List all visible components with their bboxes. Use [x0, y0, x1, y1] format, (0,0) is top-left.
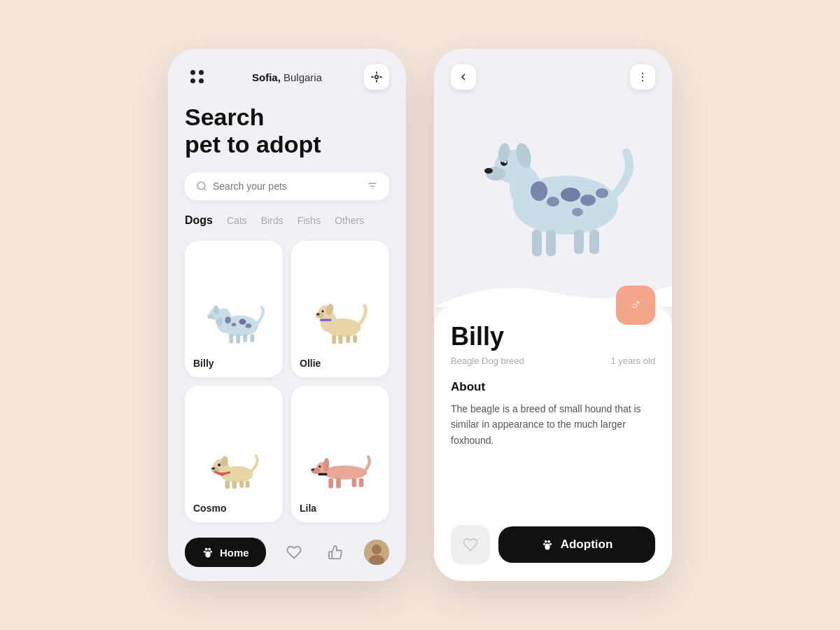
svg-point-81 — [580, 195, 596, 206]
about-section: About The beagle is a breed of small hou… — [451, 380, 655, 448]
svg-point-44 — [323, 465, 367, 479]
svg-rect-54 — [359, 478, 364, 487]
pet-img-cosmo — [193, 430, 274, 497]
svg-line-2 — [204, 188, 206, 190]
paw-adopt-icon — [541, 538, 554, 551]
pet-name-ollie: Ollie — [300, 358, 321, 369]
thumbsup-nav-icon — [328, 545, 343, 560]
detail-card: ♂ Billy Beagle Dog breed 1 years old Abo… — [434, 305, 672, 514]
svg-rect-14 — [236, 334, 240, 343]
svg-point-82 — [531, 181, 547, 201]
svg-rect-13 — [229, 334, 233, 343]
svg-rect-31 — [346, 335, 350, 343]
pet-img-ollie — [300, 286, 381, 352]
home-label: Home — [220, 547, 249, 559]
svg-point-61 — [372, 545, 382, 554]
likes-nav-item[interactable] — [323, 540, 348, 565]
svg-point-65 — [642, 80, 643, 81]
pet-card-billy[interactable]: Billy — [185, 241, 283, 377]
svg-point-79 — [561, 188, 580, 202]
about-text: The beagle is a breed of small hound tha… — [451, 401, 655, 448]
pet-name-billy: Billy — [193, 358, 214, 369]
title-line2: pet to adopt — [185, 131, 321, 158]
more-options-button[interactable] — [630, 64, 655, 90]
heart-button[interactable] — [451, 525, 490, 564]
location-button[interactable] — [364, 64, 389, 90]
tab-cats[interactable]: Cats — [227, 215, 247, 226]
svg-point-0 — [375, 76, 379, 79]
dog-hero — [434, 97, 672, 279]
back-chevron-icon — [458, 71, 469, 83]
search-input[interactable] — [213, 181, 367, 192]
svg-rect-40 — [225, 481, 230, 489]
heart-action-icon — [463, 537, 478, 552]
svg-point-85 — [545, 540, 547, 543]
pet-age: 1 years old — [610, 356, 655, 366]
adopt-label: Adoption — [561, 538, 613, 552]
category-tabs: Dogs Cats Birds Fishs Others — [168, 200, 406, 234]
tab-fishs[interactable]: Fishs — [298, 215, 321, 226]
location-country: Bulgaria — [284, 71, 322, 83]
svg-point-86 — [547, 540, 550, 543]
about-title: About — [451, 380, 655, 394]
action-bar: Adoption — [434, 514, 672, 581]
pet-img-billy — [193, 286, 274, 352]
target-icon — [370, 71, 383, 83]
svg-rect-50 — [318, 473, 327, 475]
filter-icon[interactable] — [367, 181, 378, 192]
svg-rect-51 — [328, 478, 333, 488]
favorites-nav-item[interactable] — [281, 540, 307, 565]
grid-menu-icon[interactable] — [185, 64, 210, 90]
home-button[interactable]: Home — [185, 538, 266, 567]
user-avatar[interactable] — [364, 540, 389, 565]
search-bar[interactable] — [185, 172, 389, 200]
dog-lila-svg — [305, 434, 375, 493]
svg-rect-32 — [353, 335, 357, 343]
search-icon — [196, 181, 207, 192]
svg-point-25 — [316, 313, 320, 315]
page-title: Search pet to adopt — [185, 104, 389, 158]
pet-card-cosmo[interactable]: Cosmo — [185, 386, 283, 522]
title-line1: Search — [185, 104, 264, 130]
pet-breed: Beagle Dog breed — [451, 356, 524, 366]
avatar-icon — [364, 540, 389, 565]
svg-rect-41 — [232, 481, 237, 489]
svg-point-20 — [225, 316, 231, 323]
svg-point-37 — [218, 463, 220, 466]
svg-point-26 — [321, 310, 323, 312]
pet-name-cosmo: Cosmo — [193, 503, 226, 514]
pet-card-ollie[interactable]: Ollie — [291, 241, 389, 377]
svg-point-88 — [550, 543, 552, 545]
dog-ollie-svg — [305, 289, 375, 349]
dog-cosmo-svg — [199, 434, 269, 493]
bottom-nav: Home — [168, 529, 406, 581]
svg-rect-78 — [589, 230, 599, 254]
tab-birds[interactable]: Birds — [261, 215, 284, 226]
pet-detail-name: Billy — [451, 322, 655, 351]
svg-rect-28 — [320, 319, 332, 321]
svg-rect-76 — [546, 230, 556, 256]
svg-point-64 — [642, 76, 643, 78]
svg-point-1 — [197, 182, 205, 190]
svg-point-59 — [205, 552, 211, 558]
tab-dogs[interactable]: Dogs — [185, 214, 213, 227]
svg-point-80 — [547, 197, 559, 206]
svg-point-17 — [239, 319, 246, 325]
pets-grid: Billy — [168, 234, 406, 529]
svg-rect-29 — [332, 335, 336, 344]
svg-point-63 — [642, 73, 643, 74]
pet-img-lila — [300, 430, 381, 497]
svg-point-11 — [208, 314, 214, 319]
pet-card-lila[interactable]: Lila — [291, 386, 389, 522]
tab-others[interactable]: Others — [335, 215, 364, 226]
hero-section: Search pet to adopt — [168, 97, 406, 172]
svg-point-87 — [543, 543, 545, 545]
back-button[interactable] — [451, 64, 476, 90]
svg-point-57 — [204, 551, 206, 553]
svg-rect-15 — [243, 334, 247, 342]
pet-name-lila: Lila — [300, 503, 316, 514]
svg-point-56 — [208, 548, 211, 551]
svg-point-19 — [246, 323, 251, 328]
svg-rect-52 — [336, 478, 341, 488]
adoption-button[interactable]: Adoption — [498, 526, 655, 563]
